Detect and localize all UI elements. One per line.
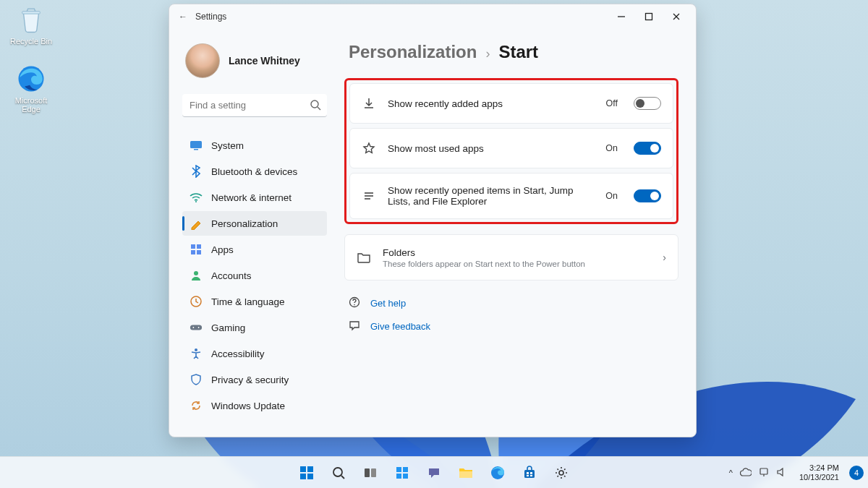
accessibility-icon xyxy=(190,347,203,360)
widgets-button[interactable] xyxy=(388,460,416,486)
svg-rect-43 xyxy=(527,475,529,476)
svg-point-6 xyxy=(311,100,318,108)
minimize-button[interactable] xyxy=(608,7,635,27)
toggle-state: Off xyxy=(606,98,618,108)
svg-rect-36 xyxy=(396,474,401,479)
svg-rect-42 xyxy=(530,472,532,474)
sidebar-item-network[interactable]: Network & internet xyxy=(182,185,327,210)
setting-label: Show most used apps xyxy=(388,143,594,154)
setting-label: Show recently added apps xyxy=(388,98,595,109)
sidebar-item-personalization[interactable]: Personalization xyxy=(182,211,327,236)
svg-point-30 xyxy=(333,468,342,476)
desktop-icon-label: Microsoft Edge xyxy=(15,96,48,114)
svg-line-31 xyxy=(341,476,344,479)
sidebar-item-time[interactable]: Time & language xyxy=(182,289,327,314)
desktop-icon-edge[interactable]: Microsoft Edge xyxy=(6,64,56,114)
svg-rect-32 xyxy=(365,468,370,477)
folders-subtitle: These folders appear on Start next to th… xyxy=(383,260,651,268)
breadcrumb-parent[interactable]: Personalization xyxy=(349,42,477,62)
folder-icon xyxy=(357,250,371,265)
list-icon xyxy=(362,189,376,203)
sidebar-item-system[interactable]: System xyxy=(182,133,327,158)
sidebar-item-label: Privacy & security xyxy=(211,374,289,385)
svg-rect-0 xyxy=(22,12,41,14)
close-button[interactable] xyxy=(663,7,690,27)
sidebar-item-label: Personalization xyxy=(211,218,278,229)
search-button[interactable] xyxy=(325,460,352,486)
svg-point-45 xyxy=(559,471,563,475)
network-icon[interactable] xyxy=(759,467,769,479)
desktop-icon-recycle-bin[interactable]: Recycle Bin xyxy=(6,4,56,46)
chevron-up-icon[interactable]: ^ xyxy=(729,468,733,477)
chevron-right-icon: › xyxy=(663,252,666,263)
file-explorer-button[interactable] xyxy=(452,460,480,486)
sidebar-item-apps[interactable]: Apps xyxy=(182,237,327,262)
sidebar-item-label: System xyxy=(211,140,244,151)
setting-row-list[interactable]: Show recently opened items in Start, Jum… xyxy=(349,173,673,219)
sidebar: Lance Whitney SystemBluetooth & devicesN… xyxy=(169,29,337,437)
get-help-link[interactable]: Get help xyxy=(349,296,678,309)
toggle-switch[interactable] xyxy=(634,97,661,110)
notifications-badge[interactable]: 4 xyxy=(849,466,864,480)
svg-rect-34 xyxy=(396,467,401,472)
privacy-icon xyxy=(190,373,203,386)
sidebar-item-label: Network & internet xyxy=(211,192,292,203)
sidebar-item-bluetooth[interactable]: Bluetooth & devices xyxy=(182,159,327,184)
svg-rect-40 xyxy=(524,470,535,478)
sidebar-item-accessibility[interactable]: Accessibility xyxy=(182,341,327,366)
system-icon xyxy=(190,139,203,152)
svg-rect-14 xyxy=(197,250,201,254)
search-box[interactable] xyxy=(182,94,327,117)
star-icon xyxy=(362,141,376,155)
toggle-switch[interactable] xyxy=(634,189,661,202)
svg-rect-17 xyxy=(190,325,202,330)
folders-row[interactable]: Folders These folders appear on Start ne… xyxy=(344,234,678,281)
svg-rect-44 xyxy=(530,475,532,476)
avatar xyxy=(185,43,220,78)
sidebar-item-label: Accessibility xyxy=(211,348,265,359)
setting-row-download[interactable]: Show recently added appsOff xyxy=(349,83,673,124)
sidebar-item-label: Windows Update xyxy=(211,401,285,411)
svg-rect-11 xyxy=(191,244,195,249)
volume-icon[interactable] xyxy=(776,467,786,479)
svg-rect-12 xyxy=(197,244,201,249)
back-button[interactable]: ← xyxy=(175,12,191,22)
edge-button[interactable] xyxy=(484,460,511,486)
sidebar-item-update[interactable]: Windows Update xyxy=(182,393,327,418)
svg-point-18 xyxy=(193,327,195,328)
setting-row-star[interactable]: Show most used appsOn xyxy=(349,128,673,168)
profile[interactable]: Lance Whitney xyxy=(182,36,327,88)
taskbar-right: ^ 3:24 PM 10/13/2021 4 xyxy=(723,463,864,481)
start-button[interactable] xyxy=(293,460,320,486)
store-button[interactable] xyxy=(516,460,543,486)
clock[interactable]: 3:24 PM 10/13/2021 xyxy=(795,463,843,481)
chat-button[interactable] xyxy=(420,460,448,486)
svg-point-25 xyxy=(354,304,355,306)
svg-rect-29 xyxy=(307,474,313,479)
search-input[interactable] xyxy=(182,94,327,117)
sidebar-item-label: Apps xyxy=(211,244,234,255)
toggle-state: On xyxy=(605,143,618,153)
search-icon xyxy=(310,99,321,114)
onedrive-icon[interactable] xyxy=(740,468,752,478)
titlebar: ← Settings xyxy=(169,4,696,29)
sidebar-item-privacy[interactable]: Privacy & security xyxy=(182,367,327,392)
settings-button[interactable] xyxy=(548,460,575,486)
svg-rect-28 xyxy=(300,474,306,479)
system-tray[interactable]: ^ xyxy=(723,467,792,479)
sidebar-item-accounts[interactable]: Accounts xyxy=(182,263,327,288)
sidebar-item-label: Gaming xyxy=(211,322,245,333)
task-view-button[interactable] xyxy=(357,460,384,486)
desktop-icon-label: Recycle Bin xyxy=(10,37,52,46)
svg-rect-33 xyxy=(371,468,376,477)
svg-rect-37 xyxy=(403,474,408,479)
toggle-switch[interactable] xyxy=(634,142,661,155)
maximize-button[interactable] xyxy=(635,7,663,27)
sidebar-item-gaming[interactable]: Gaming xyxy=(182,315,327,340)
chevron-right-icon: › xyxy=(485,46,490,61)
feedback-icon xyxy=(349,320,362,333)
link-label: Get help xyxy=(370,298,406,309)
accounts-icon xyxy=(190,269,203,282)
network-icon xyxy=(190,191,203,204)
give-feedback-link[interactable]: Give feedback xyxy=(349,320,678,333)
